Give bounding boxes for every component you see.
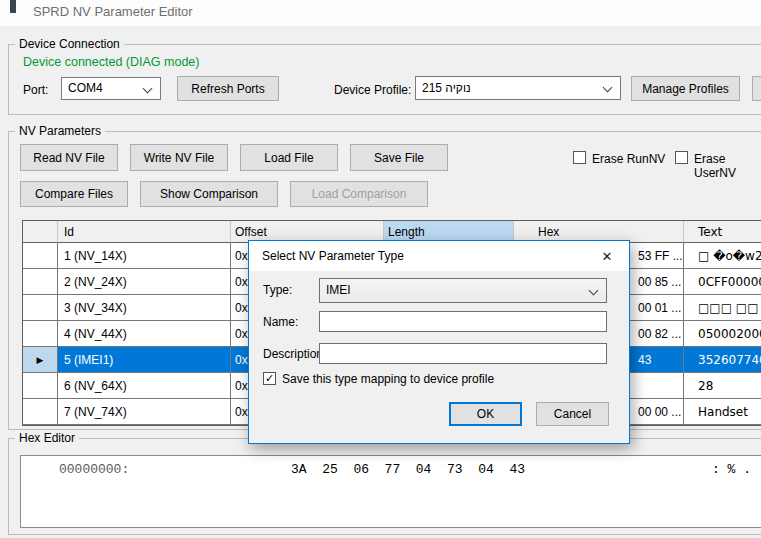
port-select[interactable]: COM4	[61, 77, 161, 100]
erase-runnv-checkbox[interactable]	[573, 151, 586, 164]
row-selector	[23, 269, 58, 295]
cell-id: 2 (NV_24X)	[58, 269, 231, 295]
erase-usernv-label: Erase UserNV	[694, 152, 761, 180]
device-profile-label: Device Profile:	[334, 83, 411, 97]
row-selector	[23, 373, 58, 399]
cell-id: 5 (IMEI1)	[58, 347, 231, 373]
row-arrow-icon: ▶	[37, 355, 44, 365]
dialog-titlebar[interactable]: Select NV Parameter Type ✕	[249, 241, 629, 271]
name-label: Name:	[263, 315, 298, 329]
select-nv-parameter-type-dialog: Select NV Parameter Type ✕ Type: IMEI Na…	[248, 240, 630, 444]
cell-text: 3526077403740	[684, 347, 761, 373]
dialog-title: Select NV Parameter Type	[262, 249, 404, 263]
checkmark-icon: ✓	[265, 373, 274, 384]
load-comparison-button-disabled: Load Comparison	[290, 181, 428, 207]
save-mapping-label: Save this type mapping to device profile	[282, 372, 494, 386]
chevron-down-icon	[143, 84, 153, 94]
close-icon[interactable]: ✕	[585, 241, 629, 271]
row-selector	[23, 399, 58, 425]
cell-text: Handset	[684, 399, 761, 425]
cancel-button[interactable]: Cancel	[536, 402, 609, 426]
cell-id: 3 (NV_34X)	[58, 295, 231, 321]
cell-id: 4 (NV_44X)	[58, 321, 231, 347]
cell-id: 7 (NV_74X)	[58, 399, 231, 425]
port-value: COM4	[68, 81, 103, 95]
save-mapping-checkbox[interactable]: ✓	[263, 372, 276, 385]
read-nv-file-button[interactable]: Read NV File	[20, 144, 118, 171]
port-label: Port:	[23, 83, 48, 97]
column-header-text[interactable]: Text	[684, 221, 761, 243]
compare-files-button[interactable]: Compare Files	[20, 181, 128, 207]
erase-usernv-checkbox[interactable]	[675, 151, 688, 164]
device-profile-value: נוקיה 215	[422, 77, 471, 99]
hex-editor-area[interactable]: 00000000: 3A 25 06 77 04 73 04 43 : % .	[20, 455, 761, 528]
hex-editor-group-label: Hex Editor	[15, 431, 79, 445]
manage-profiles-button[interactable]: Manage Profiles	[631, 76, 740, 101]
description-field[interactable]	[319, 343, 607, 364]
cell-text: □ �o�w2S�	[684, 243, 761, 269]
hex-ascii: : % .	[712, 462, 751, 477]
cell-text: □□□ □□ □	[684, 295, 761, 321]
header-row-selector	[23, 221, 58, 243]
save-file-button[interactable]: Save File	[350, 144, 448, 171]
chevron-down-icon	[589, 286, 599, 296]
cell-text: 0CFF000001000	[684, 269, 761, 295]
type-value: IMEI	[326, 283, 351, 297]
cell-id: 1 (NV_14X)	[58, 243, 231, 269]
partial-button[interactable]	[752, 76, 761, 101]
name-field[interactable]	[319, 311, 607, 332]
cell-text: 05000200090004	[684, 321, 761, 347]
column-header-id[interactable]: Id	[58, 221, 231, 243]
nv-parameters-group-label: NV Parameters	[15, 124, 105, 138]
cell-text: 28	[684, 373, 761, 399]
hex-offset-label: 00000000:	[59, 462, 129, 477]
row-selector	[23, 295, 58, 321]
show-comparison-button[interactable]: Show Comparison	[140, 181, 278, 207]
ok-button[interactable]: OK	[449, 402, 522, 426]
device-connection-group-label: Device Connection	[15, 37, 124, 51]
titlebar: SPRD NV Parameter Editor	[0, 0, 761, 26]
row-selector	[23, 243, 58, 269]
type-label: Type:	[263, 283, 292, 297]
refresh-ports-button[interactable]: Refresh Ports	[177, 76, 279, 101]
current-row-indicator: ▶	[23, 347, 58, 373]
row-selector	[23, 321, 58, 347]
device-status-text: Device connected (DIAG mode)	[23, 55, 199, 69]
app-icon	[10, 0, 25, 13]
write-nv-file-button[interactable]: Write NV File	[130, 144, 228, 171]
chevron-down-icon	[603, 83, 613, 93]
app-window: SPRD NV Parameter Editor Device Connecti…	[0, 0, 761, 538]
load-file-button[interactable]: Load File	[240, 144, 338, 171]
erase-runnv-label: Erase RunNV	[592, 152, 665, 166]
hex-bytes[interactable]: 3A 25 06 77 04 73 04 43	[291, 462, 525, 477]
description-label: Description:	[263, 347, 326, 361]
type-select[interactable]: IMEI	[319, 278, 607, 303]
device-profile-select[interactable]: נוקיה 215	[415, 76, 621, 100]
cell-id: 6 (NV_64X)	[58, 373, 231, 399]
window-title: SPRD NV Parameter Editor	[33, 4, 193, 19]
